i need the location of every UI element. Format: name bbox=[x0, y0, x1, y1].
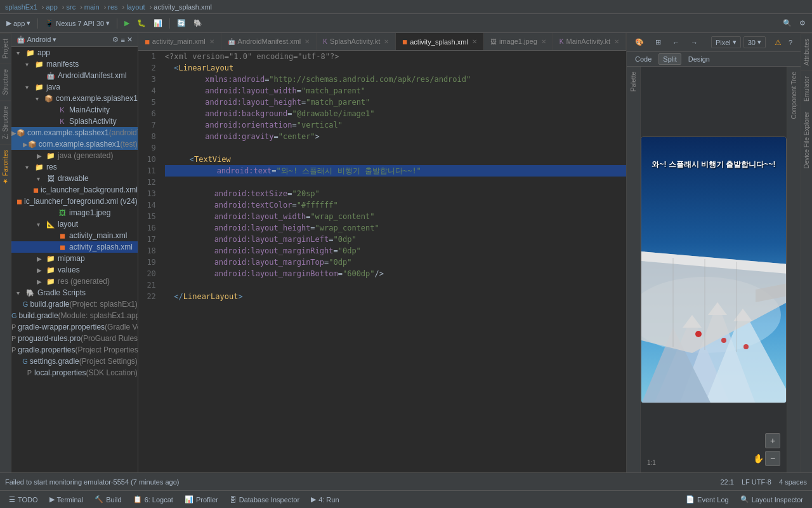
tree-item-package-main[interactable]: ▾ 📦 com.example.splashex1 bbox=[11, 93, 138, 104]
tree-item-gradle-props[interactable]: P gradle.properties (Project Properties) bbox=[11, 344, 138, 356]
device-dropdown[interactable]: 📱 Nexus 7 API 30 ▾ bbox=[43, 18, 112, 29]
search-everywhere-button[interactable]: 🔍 bbox=[780, 18, 794, 29]
tree-item-res[interactable]: ▾ 📁 res bbox=[11, 161, 138, 173]
project-vtab[interactable]: Project bbox=[0, 33, 11, 64]
code-line-18: android:layout_marginRight="0dp" bbox=[165, 245, 626, 257]
tree-item-layout[interactable]: ▾ 📐 layout bbox=[11, 218, 138, 230]
xml-layout-icon: ◼ bbox=[57, 231, 67, 241]
res-folder-icon: 📁 bbox=[34, 162, 44, 172]
tab-close-btn[interactable]: ✕ bbox=[541, 38, 546, 45]
sidebar-gear-btn[interactable]: ⚙ bbox=[112, 36, 119, 44]
tree-item-activity-splash[interactable]: ◼ activity_splash.xml bbox=[11, 241, 138, 253]
tree-item-java-gen[interactable]: ▶ 📁 java (generated) bbox=[11, 150, 138, 161]
tab-close-btn[interactable]: ✕ bbox=[304, 38, 310, 45]
device-file-explorer-vtab[interactable]: Device File Explorer bbox=[801, 107, 812, 173]
folder-icon: 📁 bbox=[46, 276, 56, 286]
settings-button[interactable]: ⚙ bbox=[797, 18, 808, 29]
tree-item-build-gradle-proj[interactable]: G build.gradle (Project: splashEx1) bbox=[11, 298, 138, 310]
tree-item-mipmap[interactable]: ▶ 📁 mipmap bbox=[11, 253, 138, 264]
tree-item-splashactivity[interactable]: K SplashActivity bbox=[11, 116, 138, 127]
logcat-tab[interactable]: 📋 6: Logcat bbox=[128, 493, 178, 505]
tab-image1[interactable]: 🖼 image1.jpeg ✕ bbox=[484, 33, 553, 50]
device-frame: 와~! 스플래시 비행기 출발합니다~~! bbox=[641, 137, 787, 403]
debug-button[interactable]: 🐛 bbox=[134, 18, 148, 29]
hand-tool-btn[interactable]: ✋ bbox=[753, 453, 764, 464]
component-tree-vtab[interactable]: Component Tree bbox=[789, 67, 799, 124]
tab-splashactivity[interactable]: K SplashActivity.kt ✕ bbox=[317, 33, 396, 50]
run-button[interactable]: ▶ bbox=[122, 18, 132, 29]
tree-item-res-gen[interactable]: ▶ 📁 res (generated) bbox=[11, 276, 138, 287]
profile-button[interactable]: 📊 bbox=[151, 18, 165, 29]
tree-item-image1[interactable]: 🖼 image1.jpeg bbox=[11, 207, 138, 218]
tree-item-gradle-scripts[interactable]: ▾ 🐘 Gradle Scripts bbox=[11, 287, 138, 298]
tree-item-androidmanifest[interactable]: 🤖 AndroidManifest.xml bbox=[11, 70, 138, 81]
zoom-out-btn[interactable]: − bbox=[765, 451, 780, 466]
expand-arrow: ▾ bbox=[25, 61, 34, 68]
todo-tab[interactable]: ☰ TODO bbox=[4, 493, 43, 505]
tree-item-drawable[interactable]: ▾ 🖼 drawable bbox=[11, 173, 138, 184]
sync-button[interactable]: 🔄 bbox=[174, 18, 188, 29]
sidebar-collapse-btn[interactable]: ≡ bbox=[121, 36, 124, 44]
tree-item-proguard[interactable]: P proguard-rules.pro (ProGuard Rules for… bbox=[11, 333, 138, 344]
tree-item-app[interactable]: ▾ 📁 app bbox=[11, 47, 138, 58]
emulator-vtab[interactable]: Emulator bbox=[801, 70, 812, 107]
tab-close-btn[interactable]: ✕ bbox=[209, 38, 214, 45]
help-btn[interactable]: ? bbox=[784, 37, 797, 48]
tree-item-build-gradle-app[interactable]: G build.gradle (Module: splashEx1.app) bbox=[11, 310, 138, 321]
tree-item-manifests[interactable]: ▾ 📁 manifests bbox=[11, 58, 138, 70]
tab-activity-main[interactable]: ◼ activity_main.xml ✕ bbox=[138, 33, 221, 50]
main-content: Project Structure Z: Structure ★ Favorit… bbox=[0, 33, 812, 472]
tree-item-gradle-wrapper[interactable]: P gradle-wrapper.properties (Gradle Vers… bbox=[11, 321, 138, 333]
attributes-vtab[interactable]: Attributes bbox=[801, 33, 812, 70]
structure-vtab[interactable]: Structure bbox=[0, 64, 11, 100]
tree-item-ic-fg[interactable]: ◼ ic_launcher_foreground.xml (v24) bbox=[11, 196, 138, 207]
tree-item-test[interactable]: ▶ 📦 com.example.splashex1 (test) bbox=[11, 138, 138, 150]
tab-androidmanifest[interactable]: 🤖 AndroidManifest.xml ✕ bbox=[221, 33, 317, 50]
tree-item-activity-main[interactable]: ◼ activity_main.xml bbox=[11, 230, 138, 241]
tab-close-btn[interactable]: ✕ bbox=[614, 38, 619, 45]
layout-inspector-tab[interactable]: 🔍 Layout Inspector bbox=[735, 493, 808, 505]
view-icon-btn[interactable]: ⊞ bbox=[651, 36, 665, 48]
nav-back-btn[interactable]: ← bbox=[668, 37, 684, 48]
gradle-file-icon: G bbox=[11, 311, 17, 321]
design-view-btn[interactable]: Design bbox=[684, 53, 714, 65]
sidebar-close-btn[interactable]: ✕ bbox=[127, 36, 133, 44]
android-dropdown[interactable]: 🤖 Android ▾ bbox=[16, 36, 56, 44]
code-view-btn[interactable]: Code bbox=[631, 53, 656, 65]
code-line-7: android:orientation="vertical" bbox=[165, 119, 626, 131]
tab-mainactivity[interactable]: K MainActivity.kt ✕ bbox=[553, 33, 626, 50]
tab-close-btn[interactable]: ✕ bbox=[472, 38, 477, 45]
tree-item-settings-gradle[interactable]: G settings.gradle (Project Settings) bbox=[11, 356, 138, 367]
event-log-tab[interactable]: 📄 Event Log bbox=[681, 493, 734, 505]
z-structure-vtab[interactable]: Z: Structure bbox=[0, 100, 11, 144]
palette-toggle-btn[interactable]: 🎨 bbox=[631, 36, 648, 48]
pixel-dropdown[interactable]: Pixel ▾ bbox=[711, 36, 741, 48]
tab-close-btn[interactable]: ✕ bbox=[384, 38, 389, 45]
database-inspector-tab[interactable]: 🗄 Database Inspector bbox=[225, 494, 304, 505]
tree-item-android-test[interactable]: ▶ 📦 com.example.splashex1 (androidTest) bbox=[11, 127, 138, 138]
palette-vtab[interactable]: Palette bbox=[628, 67, 639, 97]
xml-icon: ◼ bbox=[16, 196, 22, 206]
build-tab[interactable]: 🔨 Build bbox=[89, 493, 126, 505]
layout-folder-icon: 📐 bbox=[46, 219, 56, 229]
tree-item-local-props[interactable]: P local.properties (SDK Location) bbox=[11, 367, 138, 378]
favorites-vtab[interactable]: ★ Favorites bbox=[0, 144, 11, 190]
run-config-dropdown[interactable]: ▶ app ▾ bbox=[4, 18, 33, 29]
zoom-in-btn[interactable]: + bbox=[765, 433, 780, 448]
tree-item-ic-bg[interactable]: ◼ ic_launcher_background.xml bbox=[11, 184, 138, 196]
run-tab[interactable]: ▶ 4: Run bbox=[306, 493, 344, 505]
zoom-dropdown[interactable]: 30 ▾ bbox=[743, 36, 766, 48]
code-text[interactable]: <?xml version="1.0" encoding="utf-8"?> <… bbox=[161, 51, 626, 472]
split-view-btn[interactable]: Split bbox=[658, 53, 681, 65]
tab-activity-splash[interactable]: ◼ activity_splash.xml ✕ bbox=[396, 33, 484, 50]
nav-fwd-btn[interactable]: → bbox=[686, 37, 702, 48]
terminal-tab[interactable]: ▶ Terminal bbox=[44, 493, 89, 505]
gradle-button[interactable]: 🐘 bbox=[191, 18, 205, 29]
tree-item-mainactivity[interactable]: K MainActivity bbox=[11, 104, 138, 116]
folder-icon: 📁 bbox=[34, 59, 44, 69]
kotlin-tab-icon: K bbox=[323, 38, 327, 45]
profiler-tab[interactable]: 📊 Profiler bbox=[180, 493, 223, 505]
tree-item-values[interactable]: ▶ 📁 values bbox=[11, 264, 138, 276]
toolbar-separator-2 bbox=[117, 18, 117, 29]
tree-item-java[interactable]: ▾ 📁 java bbox=[11, 81, 138, 93]
